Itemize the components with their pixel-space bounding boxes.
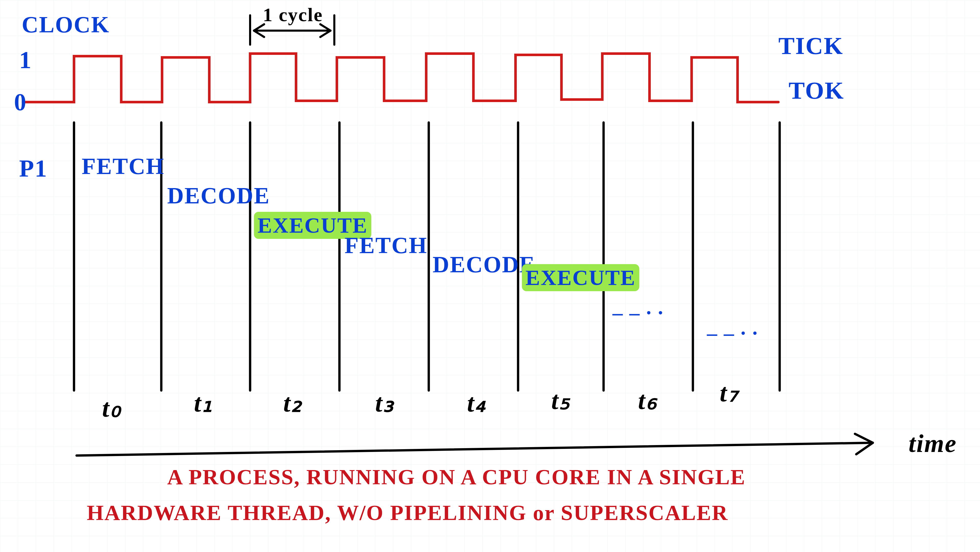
clock-zero: 0 bbox=[14, 88, 27, 116]
t6: t₆ bbox=[638, 385, 657, 415]
cycle-label: 1 cycle bbox=[263, 4, 323, 26]
stage-1: DECODE bbox=[167, 183, 270, 209]
clock-one: 1 bbox=[19, 46, 32, 74]
stage-3: FETCH bbox=[345, 232, 428, 259]
axis-label: time bbox=[908, 429, 957, 458]
t2: t₂ bbox=[283, 388, 302, 418]
continuation-0: – – · · bbox=[612, 301, 664, 325]
tok-label: TOK bbox=[789, 76, 844, 105]
continuation-1: – – · · bbox=[707, 321, 758, 345]
process-label: P1 bbox=[19, 154, 48, 183]
t0: t₀ bbox=[102, 393, 121, 423]
stage-0: FETCH bbox=[82, 153, 165, 180]
t3: t₃ bbox=[375, 388, 394, 418]
stage-4: DECODE bbox=[433, 251, 535, 278]
t4: t₄ bbox=[467, 388, 486, 418]
t1: t₁ bbox=[194, 388, 213, 418]
t5: t₅ bbox=[551, 385, 570, 415]
caption-line1: A PROCESS, RUNNING ON A CPU CORE IN A SI… bbox=[167, 465, 746, 490]
clock-label: CLOCK bbox=[22, 11, 110, 38]
tick-label: TICK bbox=[778, 32, 843, 60]
caption-line2: HARDWARE THREAD, W/O PIPELINING or SUPER… bbox=[87, 500, 729, 525]
stage-5: EXECUTE bbox=[522, 264, 639, 291]
t7: t₇ bbox=[720, 378, 738, 407]
